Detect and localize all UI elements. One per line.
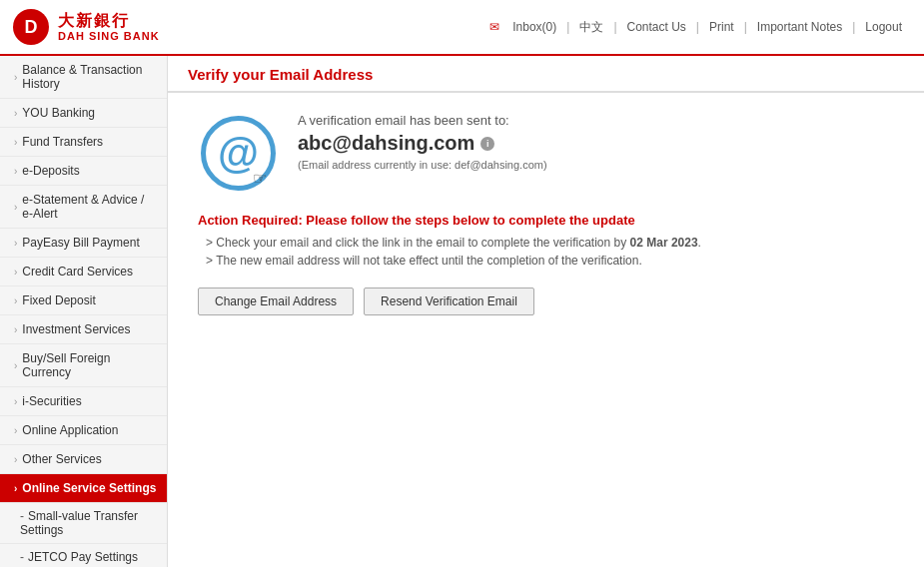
sidebar-item-you-banking[interactable]: ›YOU Banking — [0, 99, 167, 128]
action-item-2: The new email address will not take effe… — [198, 254, 894, 268]
current-email-note: (Email address currently in use: def@dah… — [298, 159, 894, 171]
sidebar-item-forex[interactable]: ›Buy/Sell Foreign Currency — [0, 344, 167, 387]
svg-text:D: D — [25, 17, 38, 37]
resend-verification-button[interactable]: Resend Verification Email — [364, 287, 534, 315]
sidebar-item-e-statement[interactable]: ›e-Statement & Advice / e-Alert — [0, 186, 167, 229]
main-content: Verify your Email Address @ ☞ A verifica… — [168, 56, 924, 567]
change-email-button[interactable]: Change Email Address — [198, 287, 354, 315]
action-required-section: Action Required: Please follow the steps… — [198, 213, 894, 268]
logo-text: 大新銀行 DAH SING BANK — [58, 11, 160, 43]
print-link[interactable]: Print — [699, 20, 744, 34]
logo-english: DAH SING BANK — [58, 30, 160, 43]
verify-layout: @ ☞ A verification email has been sent t… — [198, 113, 894, 193]
sidebar-item-investment[interactable]: ›Investment Services — [0, 315, 167, 344]
inbox-icon: ✉ — [489, 20, 499, 34]
sidebar-item-other-services[interactable]: ›Other Services — [0, 445, 167, 474]
sidebar-subitem-small-value[interactable]: -Small-value Transfer Settings — [0, 503, 167, 544]
email-address-display: abc@dahsing.com i — [298, 132, 894, 155]
sent-to-label: A verification email has been sent to: — [298, 113, 894, 128]
page-title: Verify your Email Address — [188, 66, 373, 83]
sidebar-item-i-securities[interactable]: ›i-Securities — [0, 387, 167, 416]
button-row: Change Email Address Resend Verification… — [198, 287, 894, 315]
notes-link[interactable]: Important Notes — [747, 20, 852, 34]
sidebar-item-e-deposits[interactable]: ›e-Deposits — [0, 157, 167, 186]
svg-text:☞: ☞ — [253, 170, 267, 187]
logo-icon: D — [12, 8, 50, 46]
header: D 大新銀行 DAH SING BANK ✉ Inbox(0) | 中文 | C… — [0, 0, 924, 56]
sidebar-item-balance[interactable]: ›Balance & Transaction History — [0, 56, 167, 99]
logo-area: D 大新銀行 DAH SING BANK — [12, 8, 160, 46]
sidebar: ›Balance & Transaction History ›YOU Bank… — [0, 56, 168, 567]
page-title-bar: Verify your Email Address — [168, 56, 924, 93]
action-item-1: Check your email and click the link in t… — [198, 236, 894, 250]
email-icon-container: @ ☞ — [198, 113, 278, 193]
sidebar-item-payeasy[interactable]: ›PayEasy Bill Payment — [0, 229, 167, 258]
contact-link[interactable]: Contact Us — [617, 20, 696, 34]
email-address-value: abc@dahsing.com — [298, 132, 474, 155]
sidebar-item-fixed-deposit[interactable]: ›Fixed Deposit — [0, 286, 167, 315]
top-nav: ✉ Inbox(0) | 中文 | Contact Us | Print | I… — [489, 19, 912, 36]
logout-link[interactable]: Logout — [855, 20, 912, 34]
sidebar-item-online-settings[interactable]: ›Online Service Settings — [0, 474, 167, 503]
email-info-icon[interactable]: i — [480, 137, 494, 151]
sidebar-subitem-jetco[interactable]: -JETCO Pay Settings — [0, 544, 167, 567]
action-required-title: Action Required: Please follow the steps… — [198, 213, 894, 228]
at-sign-icon: @ ☞ — [201, 116, 276, 191]
content-area: @ ☞ A verification email has been sent t… — [168, 93, 924, 335]
sidebar-item-fund-transfers[interactable]: ›Fund Transfers — [0, 128, 167, 157]
verify-text: A verification email has been sent to: a… — [298, 113, 894, 171]
inbox-link[interactable]: Inbox(0) — [502, 20, 566, 34]
sidebar-item-online-app[interactable]: ›Online Application — [0, 416, 167, 445]
lang-link[interactable]: 中文 — [569, 19, 613, 36]
sidebar-item-credit-card[interactable]: ›Credit Card Services — [0, 258, 167, 286]
logo-chinese: 大新銀行 — [58, 11, 160, 30]
layout: ›Balance & Transaction History ›YOU Bank… — [0, 56, 924, 567]
